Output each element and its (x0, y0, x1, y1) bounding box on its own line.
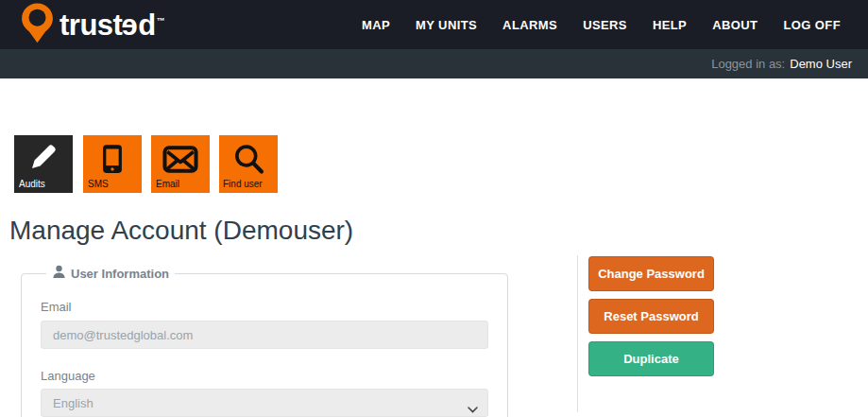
smartphone-icon (96, 142, 128, 179)
main-nav: MAP MY UNITS ALARMS USERS HELP ABOUT LOG… (362, 18, 868, 32)
tile-label: Email (156, 179, 179, 189)
legend-label: User Information (71, 267, 169, 281)
reset-password-button[interactable]: Reset Password (588, 299, 714, 334)
email-field[interactable] (41, 321, 488, 349)
session-bar: Logged in as: Demo User (0, 49, 868, 78)
account-actions-panel: Change Password Reset Password Duplicate (577, 255, 775, 412)
audits-button[interactable]: Audits (14, 135, 73, 193)
tile-label: SMS (88, 179, 109, 189)
top-navbar: trusted™ MAP MY UNITS ALARMS USERS HELP … (0, 0, 868, 49)
logged-in-as-label: Logged in as: (711, 57, 785, 71)
nav-item-help[interactable]: HELP (653, 18, 687, 32)
brand-logo[interactable]: trusted™ (0, 2, 165, 48)
email-label: Email (41, 300, 488, 314)
tile-label: Find user (223, 179, 263, 189)
page-title: Manage Account (Demouser) (9, 216, 353, 246)
brand-name: trusted™ (60, 10, 165, 40)
nav-item-map[interactable]: MAP (362, 18, 390, 32)
pencil-icon (28, 142, 59, 175)
person-icon (52, 265, 66, 282)
envelope-icon (162, 146, 198, 176)
search-icon (231, 142, 265, 179)
user-information-legend: User Information (46, 265, 175, 282)
nav-item-about[interactable]: ABOUT (712, 18, 757, 32)
app-window: trusted™ MAP MY UNITS ALARMS USERS HELP … (0, 0, 868, 417)
language-select[interactable]: English (41, 389, 488, 417)
nav-item-log-off[interactable]: LOG OFF (783, 18, 841, 32)
sms-button[interactable]: SMS (83, 135, 142, 193)
duplicate-button[interactable]: Duplicate (588, 341, 714, 376)
language-label: Language (41, 369, 488, 383)
tile-label: Audits (19, 179, 45, 189)
find-user-button[interactable]: Find user (219, 135, 278, 193)
user-information-fieldset: User Information Email Language English (21, 265, 508, 417)
brand-pin-icon (20, 2, 55, 48)
email-button[interactable]: Email (151, 135, 210, 193)
nav-item-alarms[interactable]: ALARMS (502, 18, 557, 32)
nav-item-users[interactable]: USERS (583, 18, 627, 32)
logged-in-user: Demo User (790, 57, 852, 71)
trademark-mark: ™ (157, 16, 165, 26)
language-select-wrap: English (41, 389, 488, 417)
nav-item-my-units[interactable]: MY UNITS (416, 18, 477, 32)
change-password-button[interactable]: Change Password (588, 256, 714, 291)
